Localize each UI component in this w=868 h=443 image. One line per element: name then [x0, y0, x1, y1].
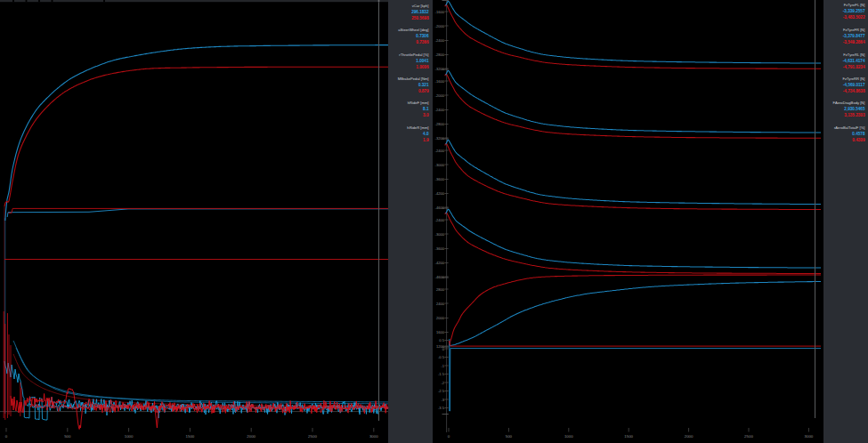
svg-text:-3000: -3000 [435, 163, 445, 167]
svg-text:1500: 1500 [624, 434, 633, 439]
svg-text:3,135.2303: 3,135.2303 [844, 113, 865, 117]
svg-text:8.1: 8.1 [423, 107, 429, 111]
svg-text:FzTyreFL [N]: FzTyreFL [N] [844, 3, 865, 7]
svg-text:1.9: 1.9 [423, 138, 429, 142]
svg-text:1000: 1000 [125, 434, 134, 439]
svg-text:-3200: -3200 [435, 67, 445, 71]
svg-text:-4600: -4600 [435, 205, 445, 210]
svg-text:0.879: 0.879 [418, 89, 429, 93]
svg-text:2000: 2000 [436, 316, 445, 320]
svg-text:1.0041: 1.0041 [416, 59, 429, 63]
svg-text:2000: 2000 [247, 434, 256, 439]
svg-text:-3200: -3200 [435, 136, 445, 141]
svg-text:-2400: -2400 [435, 38, 445, 43]
svg-text:250.5698: 250.5698 [411, 16, 429, 20]
svg-text:-1600: -1600 [435, 79, 445, 84]
svg-text:-3000: -3000 [435, 232, 445, 237]
svg-text:0.321: 0.321 [418, 83, 429, 87]
svg-text:-2400: -2400 [435, 218, 445, 222]
svg-text:aSteerWheel [deg]: aSteerWheel [deg] [398, 28, 428, 32]
svg-text:0.4309: 0.4309 [852, 138, 865, 142]
svg-text:0.7366: 0.7366 [416, 40, 429, 44]
svg-text:0.4578: 0.4578 [852, 132, 865, 136]
svg-text:-4,791.0234: -4,791.0234 [843, 65, 865, 69]
svg-text:-2000: -2000 [435, 24, 445, 28]
svg-text:1600: 1600 [436, 330, 445, 334]
svg-text:-2400: -2400 [435, 149, 445, 153]
svg-text:FAeroDragBody [N]: FAeroDragBody [N] [833, 101, 865, 105]
svg-text:-2800: -2800 [435, 122, 445, 126]
svg-text:-4200: -4200 [435, 261, 445, 265]
svg-text:rThrottlePedal [%]: rThrottlePedal [%] [399, 52, 428, 57]
svg-text:-1.5: -1.5 [438, 372, 445, 376]
svg-text:vCar [kph]: vCar [kph] [412, 4, 429, 8]
svg-text:4.0: 4.0 [423, 132, 429, 136]
svg-text:0.5: 0.5 [439, 338, 444, 342]
svg-text:2500: 2500 [308, 434, 317, 439]
svg-text:-3600: -3600 [435, 246, 445, 251]
svg-text:2400: 2400 [436, 302, 445, 306]
svg-text:3000: 3000 [369, 434, 378, 439]
svg-text:1.0006: 1.0006 [416, 65, 429, 69]
svg-text:rAeroBalTotalF [%]: rAeroBalTotalF [%] [834, 125, 865, 130]
svg-text:FzTyreFR [N]: FzTyreFR [N] [843, 28, 865, 32]
svg-text:hRideR [mm]: hRideR [mm] [407, 125, 428, 130]
svg-text:-4,631.4174: -4,631.4174 [843, 59, 865, 63]
svg-text:500: 500 [64, 434, 71, 439]
svg-text:-3,483.5022: -3,483.5022 [843, 15, 865, 20]
svg-text:0.7306: 0.7306 [416, 34, 429, 38]
svg-text:2000: 2000 [685, 434, 694, 439]
svg-text:-3,379.8477: -3,379.8477 [843, 34, 865, 38]
svg-text:-2000: -2000 [435, 93, 445, 98]
svg-text:FzTyreRL [N]: FzTyreRL [N] [843, 52, 864, 57]
svg-text:500: 500 [506, 434, 513, 439]
svg-text:-2400: -2400 [435, 108, 445, 112]
svg-text:-3600: -3600 [435, 177, 445, 181]
svg-text:296.1832: 296.1832 [411, 10, 429, 14]
svg-text:-4600: -4600 [435, 275, 445, 279]
svg-text:-1600: -1600 [435, 10, 445, 14]
svg-text:-0.5: -0.5 [438, 355, 445, 359]
svg-text:-3.5: -3.5 [438, 406, 445, 410]
svg-text:FzTyreRR [N]: FzTyreRR [N] [842, 77, 864, 81]
svg-text:2,930.5465: 2,930.5465 [844, 107, 865, 111]
svg-text:2800: 2800 [436, 287, 445, 292]
svg-text:3.0: 3.0 [423, 113, 429, 117]
svg-text:1500: 1500 [186, 434, 195, 439]
svg-text:MBrakePedal [Nm]: MBrakePedal [Nm] [398, 77, 429, 81]
svg-text:-2.5: -2.5 [438, 389, 445, 393]
svg-text:-2800: -2800 [435, 52, 445, 57]
svg-text:2500: 2500 [744, 434, 753, 439]
svg-text:-4,734.8638: -4,734.8638 [843, 89, 865, 93]
svg-text:hRideF [mm]: hRideF [mm] [408, 101, 429, 105]
svg-text:-3,549.2864: -3,549.2864 [843, 40, 865, 44]
svg-text:-4200: -4200 [435, 191, 445, 196]
svg-text:-3,339.2557: -3,339.2557 [843, 9, 865, 13]
svg-text:3000: 3000 [805, 434, 814, 439]
svg-text:1000: 1000 [564, 434, 573, 439]
svg-text:-4,569.0117: -4,569.0117 [843, 83, 865, 87]
